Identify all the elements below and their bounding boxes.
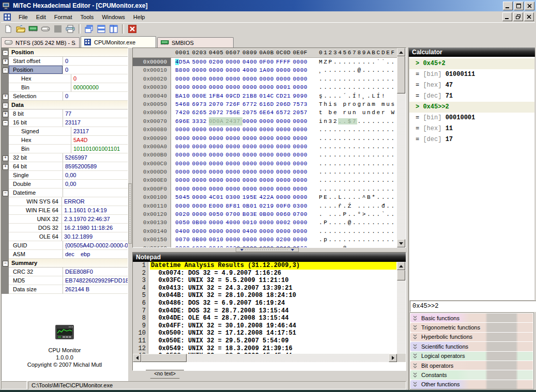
notepad-line[interactable]: 1Datetime Analysis Results (31.12.2009,3… <box>133 262 406 270</box>
hex-byte-group[interactable]: 0000 <box>276 160 293 168</box>
hex-byte-group[interactable]: 0000 <box>276 117 293 126</box>
inspector-row-bin[interactable]: Bin101101001001101 <box>2 145 128 153</box>
calc-result[interactable]: = [hex] 11 <box>409 123 534 134</box>
hex-byte-group[interactable]: 6572 <box>276 108 293 117</box>
hex-byte-group[interactable]: 014C <box>259 92 277 100</box>
notepad-vertical-scrollbar[interactable] <box>397 262 406 362</box>
hex-ascii[interactable]: ................ <box>319 143 396 151</box>
hex-byte-group[interactable]: 0000 <box>209 143 226 151</box>
hex-byte-group[interactable]: CD21 <box>276 92 293 100</box>
hex-byte-group[interactable]: 0000 <box>293 160 310 168</box>
hex-byte-group[interactable]: 0000 <box>175 75 192 83</box>
hex-ascii[interactable]: in32..$7........ <box>319 117 396 126</box>
menu-tools[interactable]: Tools <box>76 12 98 22</box>
hex-ascii[interactable]: . ...P..°>...`.. <box>319 210 396 218</box>
hex-byte-group[interactable]: 0000 <box>242 126 259 134</box>
hex-byte-group[interactable]: 0000 <box>276 227 293 236</box>
calc-result[interactable]: = [bin] 01000111 <box>409 69 534 80</box>
hex-byte-group[interactable]: 0000 <box>226 126 243 134</box>
hex-bytes[interactable]: 00000000000000000000000000000000 <box>175 160 310 168</box>
hex-byte-group[interactable]: 0000 <box>259 185 277 193</box>
horizontal-splitter[interactable] <box>132 247 405 252</box>
hex-byte-group[interactable]: 0010 <box>242 218 259 227</box>
hex-byte-group[interactable]: 0000 <box>175 176 192 184</box>
hex-byte-group[interactable]: 0000 <box>175 143 192 151</box>
notepad-line[interactable]: 5 0x044B: UNIX 32 = 28.10.2008 18:24:10 <box>133 292 406 300</box>
hex-bytes[interactable]: 00000000E0008F810B01021900F00300 <box>175 202 310 210</box>
category-scientific-functions[interactable]: Scientific functions <box>410 342 533 351</box>
scroll-right-button[interactable] <box>389 354 397 362</box>
hex-byte-group[interactable]: 0000 <box>175 185 192 193</box>
calc-expression[interactable]: > 0x45+2 <box>409 58 534 69</box>
notepad-line[interactable]: 12 0x0549: UNIX 32 = 18.3.2009 21:39:16 <box>133 345 406 353</box>
hex-ascii[interactable]: ................ <box>319 168 396 176</box>
close-button[interactable] <box>525 2 534 10</box>
hex-byte-group[interactable]: 5000 <box>192 58 209 66</box>
hex-row[interactable]: 0x000D000000000000000000000000000000000.… <box>133 168 406 176</box>
expand-icon[interactable]: + <box>3 112 8 117</box>
inspector-row-summary[interactable]: −Summary <box>2 259 128 268</box>
hex-byte-group[interactable]: 0000 <box>276 168 293 176</box>
hex-ascii[interactable]: ................ <box>319 176 396 184</box>
hex-byte-group[interactable]: 5468 <box>175 100 192 108</box>
hex-byte-group[interactable]: 0000 <box>226 160 243 168</box>
hex-editor-panel[interactable]: 000102030405060708090A0B0C0D0E0F01234567… <box>132 48 406 248</box>
hex-byte-group[interactable]: 0000 <box>276 126 293 134</box>
hex-byte-group[interactable]: 0400 <box>242 227 259 236</box>
hex-byte-group[interactable]: B03E <box>242 210 259 218</box>
notepad-line[interactable]: 2 0x0074: DOS 32 = 4.9.2007 1:16:26 <box>133 270 406 277</box>
notepad-line[interactable]: 8 0x04DE: OLE 64 = 28.7.2008 13:15:44 <box>133 315 406 322</box>
hex-byte-group[interactable]: 0000 <box>209 227 226 236</box>
hex-byte-group[interactable]: 0000 <box>242 117 259 126</box>
hex-byte-group[interactable]: 0000 <box>293 117 310 126</box>
hex-cursor[interactable]: 4 <box>175 59 179 65</box>
line-text[interactable]: 0x0413: UNIX 32 = 24.3.2007 13:39:21 <box>150 285 396 292</box>
line-text[interactable]: 0x044B: UNIX 32 = 28.10.2008 18:24:10 <box>150 292 396 300</box>
hex-byte-group[interactable]: 0400 <box>242 58 259 66</box>
expand-icon[interactable]: + <box>3 164 8 170</box>
hex-ascii[interactable]: ................ <box>319 160 396 168</box>
calc-result[interactable]: = [dec] 71 <box>409 91 534 102</box>
hex-row[interactable]: 0x00040BA10000E1FB409CD21B8014CCD219090ş… <box>133 92 406 100</box>
hex-byte-group[interactable]: 2057 <box>293 108 310 117</box>
hex-byte-group[interactable]: 0000 <box>226 134 243 143</box>
hex-byte-group[interactable]: 2072 <box>209 108 226 117</box>
hex-row[interactable]: 0x000B000000000000000000000000000000000.… <box>133 151 406 159</box>
inspector-row-8-bit[interactable]: +8 bit77 <box>2 109 128 118</box>
hex-byte-group[interactable]: 7420 <box>175 108 192 117</box>
open-memory-button[interactable] <box>27 23 39 35</box>
hex-byte-group[interactable]: 0000 <box>226 66 243 74</box>
hex-byte-group[interactable]: 0070 <box>175 236 192 244</box>
hex-byte-group[interactable]: 0002 <box>276 218 293 227</box>
hex-bytes[interactable]: 00500B00000040000010000000020000 <box>175 218 310 227</box>
category-other-functions[interactable]: Other functions <box>410 380 533 389</box>
hex-bytes[interactable]: 4D5A50000200000004000F00FFFF0000 <box>175 58 310 66</box>
hex-byte-group[interactable]: 0000 <box>226 236 243 244</box>
category-hyperbolic-functions[interactable]: Hyperbolic functions <box>410 333 533 341</box>
scroll-up-button[interactable] <box>397 262 405 270</box>
vertical-splitter-handle[interactable] <box>128 183 132 244</box>
hex-row[interactable]: 0x0003000000000000000000000000000010000.… <box>133 83 406 91</box>
hex-byte-group[interactable]: 0B00 <box>192 218 209 227</box>
hex-ascii[interactable]: ş....´.Í!¸.LÍ! <box>319 92 396 100</box>
hex-byte-group[interactable]: 0000 <box>209 160 226 168</box>
new-file-button[interactable] <box>2 23 14 35</box>
hex-ascii[interactable]: ................ <box>319 151 396 159</box>
hex-byte-group[interactable]: 0000 <box>242 134 259 143</box>
menu-windows[interactable]: Windows <box>98 12 129 22</box>
notepad-editor[interactable]: 1Datetime Analysis Results (31.12.2009,3… <box>133 262 406 362</box>
hex-bytes[interactable]: 0020000000500700B03E0B0000600700 <box>175 210 310 218</box>
hex-byte-group[interactable]: 0050 <box>209 210 226 218</box>
hex-byte-group[interactable]: 0000 <box>242 75 259 83</box>
hex-bytes[interactable]: 00700B00001000000000000002000000 <box>175 236 310 244</box>
hex-byte-group[interactable]: 0000 <box>226 75 243 83</box>
hex-bytes[interactable]: 00000000000000000000000000000000 <box>175 126 310 134</box>
menu-edit[interactable]: Edit <box>32 12 50 22</box>
hex-byte-group[interactable]: 0000 <box>192 185 209 193</box>
hex-byte-group[interactable]: 0300 <box>293 202 310 210</box>
inspector-row-ole-64[interactable]: OLE 6430.12.1899 <box>2 232 128 241</box>
hex-byte-group[interactable]: 0000 <box>175 134 192 143</box>
maximize-button[interactable] <box>514 2 524 10</box>
hex-ascii[interactable]: ................ <box>319 75 396 83</box>
hex-byte-group[interactable]: BA10 <box>175 92 192 100</box>
